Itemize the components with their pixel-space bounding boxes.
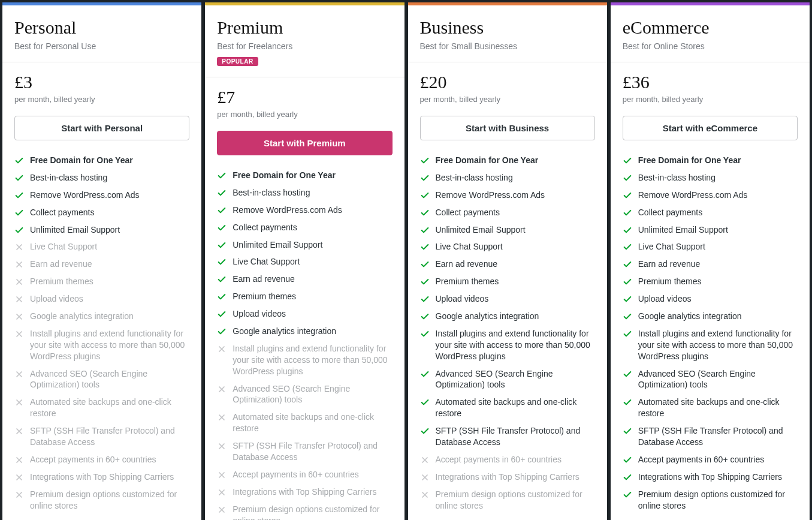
cross-icon xyxy=(14,369,24,379)
feature-text: Best-in-class hosting xyxy=(233,187,310,199)
price: £7 xyxy=(217,87,392,107)
check-icon xyxy=(420,242,430,252)
feature-item: Remove WordPress.com Ads xyxy=(217,205,392,216)
feature-item: Accept payments in 60+ countries xyxy=(623,454,798,465)
check-icon xyxy=(14,156,24,166)
feature-text: Premium themes xyxy=(638,276,702,287)
cross-icon xyxy=(14,426,24,436)
feature-item: Earn ad revenue xyxy=(623,259,798,270)
check-icon xyxy=(623,369,632,379)
feature-item: Best-in-class hosting xyxy=(14,172,189,184)
check-icon xyxy=(420,294,430,304)
feature-text: Integrations with Top Shipping Carriers xyxy=(638,471,782,483)
start-personal-button[interactable]: Start with Personal xyxy=(14,116,189,140)
feature-item: Upload videos xyxy=(420,293,595,305)
feature-text: Unlimited Email Support xyxy=(436,224,526,236)
cross-icon xyxy=(217,441,227,451)
feature-list: Free Domain for One YearBest-in-class ho… xyxy=(623,155,798,511)
feature-item: Unlimited Email Support xyxy=(420,224,595,236)
feature-item: Premium design options customized for on… xyxy=(217,504,392,520)
feature-text: Unlimited Email Support xyxy=(30,224,120,236)
feature-text: SFTP (SSH File Transfer Protocol) and Da… xyxy=(30,425,189,448)
check-icon xyxy=(623,156,632,166)
plan-card-ecommerce: eCommerceBest for Online Stores£36per mo… xyxy=(611,2,810,520)
feature-text: Accept payments in 60+ countries xyxy=(436,454,562,465)
feature-text: Install plugins and extend functionality… xyxy=(436,328,595,362)
plan-card-personal: PersonalBest for Personal Use£3per month… xyxy=(2,2,201,520)
cross-icon xyxy=(14,242,24,252)
feature-item: Free Domain for One Year xyxy=(623,155,798,166)
price: £36 xyxy=(623,72,798,92)
feature-item: Live Chat Support xyxy=(623,241,798,253)
cross-icon xyxy=(420,455,430,465)
feature-item: Install plugins and extend functionality… xyxy=(14,328,189,362)
feature-text: Collect payments xyxy=(638,207,702,218)
cross-icon xyxy=(420,473,430,482)
feature-text: Install plugins and extend functionality… xyxy=(638,328,798,362)
feature-text: Premium themes xyxy=(233,291,296,302)
feature-text: Integrations with Top Shipping Carriers xyxy=(30,471,174,483)
feature-item: Install plugins and extend functionality… xyxy=(420,328,595,362)
feature-text: Google analytics integration xyxy=(436,311,539,322)
feature-item: Integrations with Top Shipping Carriers xyxy=(420,471,595,483)
plan-name: Personal xyxy=(14,17,189,38)
feature-text: Free Domain for One Year xyxy=(436,155,539,166)
check-icon xyxy=(217,188,227,198)
divider xyxy=(408,62,607,62)
feature-text: Earn ad revenue xyxy=(436,259,498,270)
feature-item: Unlimited Email Support xyxy=(14,224,189,236)
feature-item: Advanced SEO (Search Engine Optimization… xyxy=(623,368,798,391)
check-icon xyxy=(420,226,430,235)
feature-text: Free Domain for One Year xyxy=(638,155,741,166)
plan-card-business: BusinessBest for Small Businesses£20per … xyxy=(408,2,607,520)
feature-text: Best-in-class hosting xyxy=(638,172,716,184)
start-ecommerce-button[interactable]: Start with eCommerce xyxy=(623,116,798,140)
start-business-button[interactable]: Start with Business xyxy=(420,116,595,140)
cross-icon xyxy=(14,329,24,339)
feature-item: Google analytics integration xyxy=(217,326,392,337)
feature-text: Collect payments xyxy=(233,222,297,233)
feature-item: Upload videos xyxy=(217,308,392,320)
check-icon xyxy=(623,329,632,339)
cross-icon xyxy=(14,260,24,269)
feature-text: Google analytics integration xyxy=(638,311,742,322)
feature-text: Remove WordPress.com Ads xyxy=(436,190,545,201)
cross-icon xyxy=(14,398,24,407)
check-icon xyxy=(623,312,632,321)
pricing-plans: PersonalBest for Personal Use£3per month… xyxy=(2,2,810,520)
cross-icon xyxy=(217,384,227,394)
check-icon xyxy=(623,398,632,407)
cross-icon xyxy=(217,413,227,422)
cross-icon xyxy=(14,455,24,465)
feature-text: Premium design options customized for on… xyxy=(30,489,189,512)
feature-text: Live Chat Support xyxy=(233,256,300,267)
feature-item: Collect payments xyxy=(14,207,189,218)
check-icon xyxy=(420,260,430,269)
popular-badge: POPULAR xyxy=(217,57,258,66)
feature-text: Advanced SEO (Search Engine Optimization… xyxy=(638,368,798,391)
check-icon xyxy=(623,260,632,269)
feature-item: Upload videos xyxy=(14,293,189,305)
feature-item: Live Chat Support xyxy=(217,256,392,267)
feature-text: Premium themes xyxy=(30,276,93,287)
check-icon xyxy=(420,191,430,200)
feature-item: Best-in-class hosting xyxy=(623,172,798,184)
feature-text: Upload videos xyxy=(638,293,692,305)
feature-text: Integrations with Top Shipping Carriers xyxy=(233,486,376,498)
feature-item: Live Chat Support xyxy=(420,241,595,253)
start-premium-button[interactable]: Start with Premium xyxy=(217,131,392,155)
feature-text: Free Domain for One Year xyxy=(30,155,133,166)
feature-text: Advanced SEO (Search Engine Optimization… xyxy=(436,368,595,391)
check-icon xyxy=(420,208,430,218)
feature-text: Advanced SEO (Search Engine Optimization… xyxy=(233,383,392,406)
cross-icon xyxy=(14,312,24,321)
feature-item: Best-in-class hosting xyxy=(420,172,595,184)
check-icon xyxy=(420,277,430,287)
feature-item: SFTP (SSH File Transfer Protocol) and Da… xyxy=(623,425,798,448)
cross-icon xyxy=(14,473,24,482)
check-icon xyxy=(420,398,430,407)
feature-text: Remove WordPress.com Ads xyxy=(233,205,342,216)
check-icon xyxy=(217,241,227,250)
feature-item: Earn ad revenue xyxy=(420,259,595,270)
plan-subtitle: Best for Freelancers xyxy=(217,41,392,51)
